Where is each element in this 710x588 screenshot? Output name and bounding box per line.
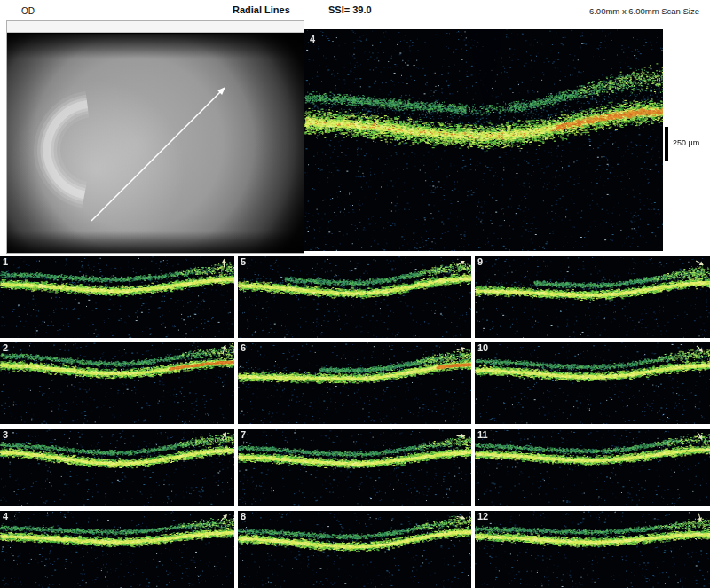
thumbnail-scan-number: 10 bbox=[477, 342, 488, 353]
oct-thumbnail-9[interactable]: 9 bbox=[475, 256, 710, 338]
oct-thumbnail-10[interactable]: 10 bbox=[475, 342, 710, 424]
oct-thumbnail-image bbox=[475, 256, 710, 338]
oct-thumbnail-6[interactable]: 6 bbox=[238, 342, 471, 424]
oct-thumbnail-1[interactable]: 1 bbox=[0, 256, 234, 338]
scan-type-label: Radial Lines bbox=[233, 4, 290, 15]
scan-angle-arrow bbox=[219, 258, 229, 268]
scan-angle-arrow bbox=[456, 431, 466, 441]
main-scan-number: 4 bbox=[310, 34, 315, 44]
thumbnail-scan-number: 5 bbox=[241, 256, 246, 267]
oct-main-image[interactable] bbox=[304, 29, 663, 251]
oct-thumbnail-12[interactable]: 12 bbox=[475, 511, 710, 588]
thumbnail-scan-number: 2 bbox=[3, 342, 8, 353]
oct-thumbnail-3[interactable]: 3 bbox=[0, 429, 234, 506]
thumbnail-scan-number: 9 bbox=[477, 256, 483, 267]
thumbnail-scan-number: 3 bbox=[3, 429, 8, 440]
oct-thumbnail-image bbox=[0, 256, 234, 338]
oct-thumbnail-7[interactable]: 7 bbox=[238, 429, 471, 506]
thumbnail-scan-number: 6 bbox=[241, 342, 246, 353]
oct-thumbnail-image bbox=[238, 256, 471, 338]
thumbnail-scan-number: 7 bbox=[241, 429, 246, 440]
fundus-toolbar bbox=[7, 21, 304, 33]
thumbnail-grid: 1 2 3 4 5 6 bbox=[0, 256, 710, 588]
oct-thumbnail-image bbox=[0, 429, 234, 506]
scan-size-label: 6.00mm x 6.00mm Scan Size bbox=[589, 6, 699, 16]
thumbnail-scan-number: 8 bbox=[241, 511, 246, 521]
oct-thumbnail-11[interactable]: 11 bbox=[475, 429, 710, 506]
oct-thumbnail-image bbox=[475, 429, 710, 506]
thumbnail-scan-number: 11 bbox=[477, 429, 488, 440]
oct-thumbnail-image bbox=[238, 511, 471, 588]
thumbnail-scan-number: 1 bbox=[3, 256, 8, 267]
oct-thumbnail-image bbox=[238, 429, 471, 506]
scan-direction-arrow bbox=[7, 34, 304, 253]
oct-thumbnail-image bbox=[238, 342, 471, 424]
ssi-label: SSI= 39.0 bbox=[328, 4, 372, 15]
oct-thumbnail-image bbox=[0, 511, 234, 588]
eye-label: OD bbox=[21, 6, 35, 16]
oct-thumbnail-8[interactable]: 8 bbox=[238, 511, 471, 588]
oct-thumbnail-image bbox=[475, 511, 710, 588]
oct-thumbnail-2[interactable]: 2 bbox=[0, 342, 234, 424]
oct-thumbnail-image bbox=[0, 342, 234, 424]
oct-thumbnail-4[interactable]: 4 bbox=[0, 511, 234, 588]
thumbnail-scan-number: 4 bbox=[3, 511, 8, 521]
oct-thumbnail-5[interactable]: 5 bbox=[238, 256, 471, 338]
fundus-frame bbox=[6, 20, 304, 254]
scale-bar bbox=[665, 127, 668, 161]
main-oct-panel: 4 bbox=[304, 29, 663, 251]
oct-thumbnail-image bbox=[475, 342, 710, 424]
oct-review-screen: OD Radial Lines SSI= 39.0 6.00mm x 6.00m… bbox=[0, 0, 710, 588]
thumbnail-scan-number: 12 bbox=[477, 511, 488, 521]
fundus-body bbox=[7, 34, 304, 253]
scale-bar-label: 250 µm bbox=[673, 138, 699, 147]
